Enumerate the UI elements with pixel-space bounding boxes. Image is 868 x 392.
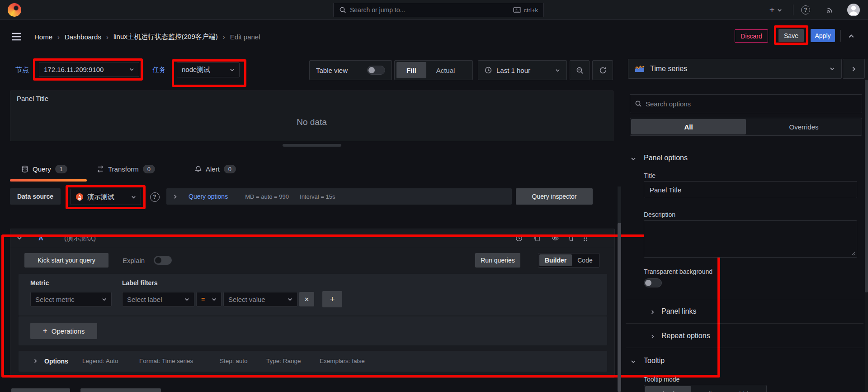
datasource-picker[interactable]: 演示测试 (71, 189, 141, 205)
select-label-dropdown[interactable]: Select label (122, 292, 194, 306)
chevron-down-icon[interactable] (17, 235, 22, 241)
help-icon: ? (150, 192, 160, 202)
query-inspector-button[interactable]: Query inspector (516, 188, 593, 205)
shortcut-hint: ctrl+k (513, 7, 538, 14)
title-input[interactable] (644, 181, 857, 198)
panel-options-header[interactable]: Panel options (644, 154, 688, 162)
builder-mode-button[interactable]: Builder (539, 254, 572, 266)
options-search[interactable] (630, 94, 862, 113)
table-view-toggle[interactable] (367, 66, 385, 75)
variable-task-dropdown[interactable]: node测试 (177, 62, 240, 77)
remove-filter-button[interactable]: ✕ (299, 292, 314, 306)
tab-query-label: Query (33, 165, 51, 173)
table-view-label: Table view (316, 67, 348, 74)
add-query-button-partial[interactable] (11, 388, 70, 392)
query-options-summary[interactable]: Options Legend: Auto Format: Time series… (19, 351, 607, 372)
drag-handle-icon[interactable] (583, 234, 588, 242)
chevron-right-icon[interactable] (650, 310, 655, 315)
query-options-bar[interactable]: Query options MD = auto = 990 Interval =… (166, 188, 512, 205)
select-metric-dropdown[interactable]: Select metric (30, 292, 112, 306)
options-tabs: All Overrides (630, 118, 862, 136)
tab-query[interactable]: Query 1 (21, 165, 67, 173)
sidebar-divider (626, 299, 863, 299)
chevron-down-icon[interactable] (631, 359, 636, 364)
datasource-help-button[interactable]: ? (147, 190, 162, 204)
variable-node-dropdown[interactable]: 172.16.11.209:9100 (39, 62, 139, 77)
refresh-button[interactable] (592, 60, 613, 80)
sidebar-scrollbar-thumb[interactable] (865, 80, 868, 292)
add-expression-button-partial[interactable] (80, 388, 161, 392)
grafana-logo[interactable] (8, 3, 21, 17)
breadcrumb-dashboards[interactable]: Dashboards (65, 33, 101, 41)
collapse-options-pane-button[interactable] (843, 59, 865, 79)
options-step: Step: auto (220, 358, 248, 364)
resize-handle-icon[interactable] (851, 252, 855, 256)
options-format: Format: Time series (139, 358, 193, 364)
chevron-right-icon[interactable] (650, 334, 655, 339)
chevron-right-icon (33, 359, 38, 363)
copy-icon[interactable] (533, 234, 541, 242)
search-input[interactable] (350, 6, 509, 14)
tab-alert-count: 0 (224, 165, 236, 173)
add-menu-button[interactable]: + (764, 4, 788, 16)
select-value-dropdown[interactable]: Select value (223, 292, 297, 306)
tooltip-mode-single[interactable]: Single (645, 386, 691, 392)
operator-dropdown[interactable]: = (196, 292, 222, 306)
chevron-right-icon (851, 66, 857, 72)
collapse-header-button[interactable] (846, 31, 857, 42)
panel-title: Panel Title (17, 95, 48, 102)
tooltip-mode-hidden[interactable]: Hidden (725, 386, 765, 392)
breadcrumb-home[interactable]: Home (34, 33, 52, 41)
datasource-value: 演示测试 (87, 193, 127, 201)
transparent-background-toggle[interactable] (644, 278, 662, 287)
panel-preview: Panel Title No data (10, 91, 613, 141)
run-queries-button[interactable]: Run queries (475, 253, 520, 268)
tab-all[interactable]: All (631, 119, 746, 134)
apply-button[interactable]: Apply (811, 29, 835, 42)
fill-button[interactable]: Fill (396, 62, 426, 78)
actual-button[interactable]: Actual (426, 62, 465, 78)
zoom-out-button[interactable] (570, 60, 590, 80)
trash-icon[interactable] (568, 234, 575, 242)
query-ref-id: A (38, 234, 43, 242)
chevron-down-icon[interactable] (631, 156, 636, 162)
tab-alert[interactable]: Alert 0 (195, 165, 236, 173)
news-button[interactable] (824, 4, 836, 16)
options-legend: Legend: Auto (82, 358, 118, 364)
help-button[interactable]: ? (799, 4, 812, 16)
query-row-header[interactable] (10, 229, 614, 247)
code-mode-button[interactable]: Code (572, 254, 598, 266)
panel-resize-handle[interactable] (283, 144, 341, 147)
breadcrumb-separator: › (106, 33, 108, 41)
repeat-options-section[interactable]: Repeat options (661, 332, 710, 340)
eye-icon[interactable] (552, 234, 559, 242)
main-scrollbar-thumb[interactable] (618, 223, 621, 392)
add-operations-button[interactable]: + Operations (30, 323, 97, 339)
query-options-md: MD = auto = 990 (245, 193, 289, 200)
kick-start-button[interactable]: Kick start your query (24, 253, 108, 268)
menu-button[interactable] (11, 31, 23, 43)
select-value-value: Select value (228, 296, 265, 303)
explain-toggle[interactable] (154, 256, 172, 265)
tooltip-mode-all[interactable]: All (692, 386, 724, 392)
title-field-wrap (644, 181, 857, 198)
breadcrumb-dashboard-name[interactable]: linux主机运行状态监控(209客户端) (113, 33, 218, 41)
description-textarea[interactable] (644, 220, 857, 258)
options-type: Type: Range (266, 358, 301, 364)
discard-button[interactable]: Discard (735, 29, 768, 43)
tab-transform[interactable]: Transform 0 (97, 165, 155, 173)
tab-overrides[interactable]: Overrides (747, 119, 861, 134)
save-button[interactable]: Save (778, 29, 804, 42)
visualization-picker[interactable]: Time series (628, 59, 842, 79)
chevron-down-icon (102, 297, 107, 302)
options-search-input[interactable] (646, 100, 857, 108)
history-icon[interactable] (515, 234, 523, 242)
operator-value: = (201, 296, 205, 303)
time-range-picker[interactable]: Last 1 hour (478, 60, 567, 80)
panel-links-section[interactable]: Panel links (661, 307, 696, 316)
fill-actual-group: Fill Actual (394, 60, 473, 80)
tooltip-header[interactable]: Tooltip (644, 357, 665, 365)
search-bar[interactable]: ctrl+k (333, 3, 544, 17)
avatar[interactable] (847, 4, 860, 16)
add-filter-button[interactable]: + (322, 291, 342, 307)
